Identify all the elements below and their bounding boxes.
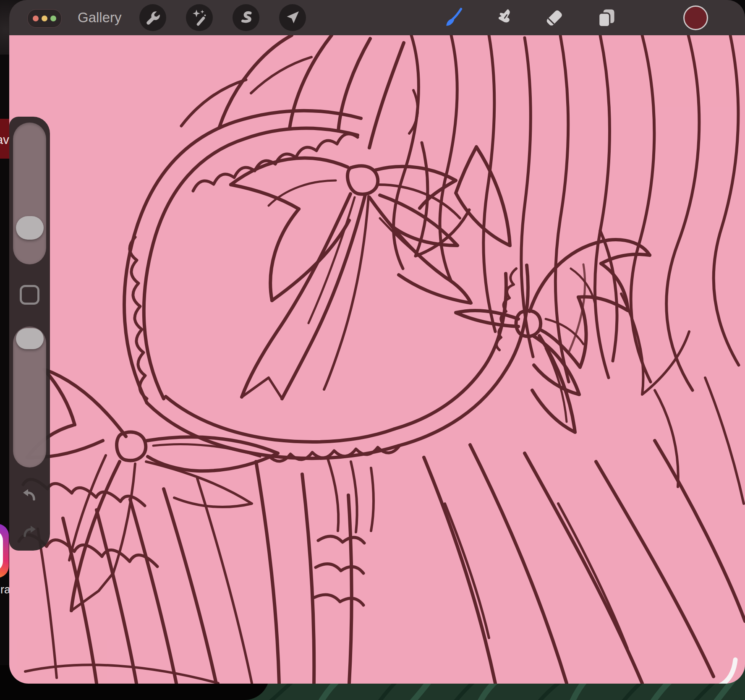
layers-icon [596,7,617,28]
instagram-app-icon[interactable] [0,524,9,578]
window-controls [27,9,62,28]
actions-button[interactable] [139,4,166,31]
undo-button[interactable] [19,486,39,505]
arrow-cursor-icon [283,8,302,27]
background-red-window-fragment[interactable]: av [0,119,9,159]
traffic-light-minimize-button[interactable] [42,16,47,21]
paint-tool-button[interactable] [440,4,467,31]
smudge-tool-button[interactable] [490,4,517,31]
finger-icon [493,7,514,28]
redo-arrow-icon [20,522,39,542]
instagram-app-slot[interactable] [0,524,9,578]
s-ribbon-icon [236,8,256,27]
brush-size-slider-handle[interactable] [16,216,44,240]
redo-button[interactable] [20,522,39,542]
eraser-icon [544,7,565,28]
modify-button[interactable] [20,285,39,305]
brush-size-slider[interactable] [13,123,46,264]
traffic-light-fullscreen-button[interactable] [50,16,56,21]
brush-sidebar [9,117,50,551]
opacity-slider-handle[interactable] [16,328,44,349]
white-brush-stroke [713,660,735,684]
undo-arrow-icon [19,486,39,505]
layers-button[interactable] [593,4,620,31]
color-button[interactable] [683,5,708,30]
bonnet-line-art [9,35,745,684]
erase-tool-button[interactable] [541,4,567,31]
brush-icon [442,7,464,29]
top-toolbar: Gallery [9,0,745,35]
procreate-window: Gallery [9,0,745,684]
magic-wand-icon [190,8,209,27]
drawing-canvas[interactable] [9,35,745,684]
instagram-camera-frame-icon [0,530,3,572]
transform-button[interactable] [279,4,306,31]
red-window-text: av [0,133,9,147]
wrench-icon [143,8,162,27]
selection-button[interactable] [233,4,259,31]
gallery-button[interactable]: Gallery [78,0,122,35]
adjustments-button[interactable] [186,4,213,31]
traffic-light-close-button[interactable] [33,16,39,21]
